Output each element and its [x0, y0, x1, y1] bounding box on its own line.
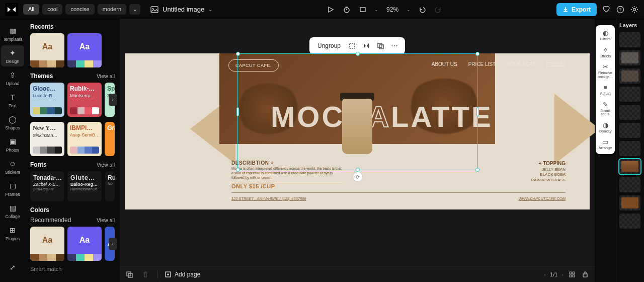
- layer-thumb-11[interactable]: [619, 214, 640, 229]
- layer-thumb-7[interactable]: [619, 141, 640, 156]
- website-text: WWW.CAPCUTCAFE.COM: [519, 196, 566, 201]
- ungroup-button[interactable]: Ungroup: [315, 42, 343, 49]
- rail-templates[interactable]: ▦Templates: [1, 23, 24, 44]
- grid-view-icon[interactable]: [568, 270, 577, 279]
- canvas-area: Page 1 ☰ Ungroup ⋯ CAPCUT CAFE. ABOUT US…: [120, 19, 595, 282]
- theme-card-2[interactable]: Rubik-…Montserra…: [67, 83, 102, 117]
- topping-title: + TOPPING: [531, 160, 566, 167]
- adjust-icon: ≡: [603, 84, 607, 91]
- layer-thumb-2[interactable]: [619, 50, 640, 65]
- flip-icon[interactable]: [362, 41, 371, 50]
- layer-thumb-8[interactable]: [619, 159, 640, 174]
- settings-icon[interactable]: [630, 5, 639, 14]
- export-button[interactable]: Export: [556, 3, 597, 16]
- zoom-chevron-icon[interactable]: ⌄: [407, 7, 411, 12]
- zoom-level[interactable]: 92%: [386, 6, 398, 13]
- layer-thumb-10[interactable]: [619, 195, 640, 210]
- page-prev[interactable]: ‹: [544, 271, 546, 277]
- coffee-cup: [336, 84, 378, 164]
- rail-design[interactable]: ✦Design: [1, 45, 24, 66]
- lock-icon[interactable]: [581, 270, 590, 279]
- font-card-2[interactable]: Glute…Baloo-Reg…HammersmithOn…: [67, 171, 102, 201]
- svg-rect-14: [573, 272, 575, 274]
- theme-card-6[interactable]: Gra: [105, 122, 115, 156]
- chip-concise[interactable]: concise: [65, 4, 94, 15]
- timer-icon[interactable]: [342, 5, 351, 14]
- theme-card-1[interactable]: Glooc…Lucette-R…: [30, 83, 64, 117]
- rail-upload[interactable]: ⇪Upload: [1, 67, 24, 89]
- duplicate-page-icon[interactable]: [125, 270, 134, 279]
- document-title[interactable]: Untitled image ⌄: [150, 6, 212, 14]
- layer-thumb-3[interactable]: [619, 68, 640, 84]
- description-body: Mocha is often interpreted differently a…: [231, 167, 342, 180]
- svg-rect-15: [570, 275, 572, 277]
- add-page-button[interactable]: Add page: [165, 271, 200, 278]
- chip-modern[interactable]: modern: [98, 4, 126, 15]
- shapes-icon: ◯: [8, 115, 17, 124]
- resize-chevron-icon[interactable]: ⌄: [374, 7, 378, 12]
- page-next[interactable]: ›: [561, 271, 564, 277]
- recent-swatch-2[interactable]: Aa: [67, 33, 102, 67]
- qtool-arrange[interactable]: ▭Arrange: [596, 136, 614, 152]
- more-icon[interactable]: ⋯: [390, 41, 399, 50]
- layer-thumb-6[interactable]: [619, 123, 640, 138]
- chevron-down-icon: ⌄: [208, 7, 212, 12]
- theme-card-4[interactable]: New Y…SinkinSan…: [30, 122, 64, 156]
- rail-shapes[interactable]: ◯Shapes: [1, 112, 24, 133]
- rail-text[interactable]: TText: [1, 90, 24, 111]
- help-icon[interactable]: ?: [616, 5, 625, 14]
- rail-photos[interactable]: ▣Photos: [1, 134, 24, 155]
- topbar: All cool concise modern ⌄ Untitled image…: [0, 0, 644, 19]
- color-swatch-1[interactable]: Aa: [30, 227, 64, 261]
- chip-cool[interactable]: cool: [42, 4, 62, 15]
- rail-collage[interactable]: ▤Collage: [1, 200, 24, 222]
- copy-icon[interactable]: [376, 41, 385, 50]
- fonts-view-all[interactable]: View all: [97, 162, 115, 168]
- qtool-opacity[interactable]: ◑Opacity: [596, 119, 614, 135]
- handle-bm[interactable]: [356, 168, 360, 172]
- colors-view-all[interactable]: View all: [97, 217, 115, 223]
- topping-1: JELLY BEAN: [531, 167, 566, 173]
- description-block: DESCRIBTION + Mocha is often interpreted…: [231, 160, 342, 183]
- handle-br[interactable]: [475, 168, 479, 172]
- themes-next[interactable]: ›: [109, 94, 117, 106]
- rotate-handle[interactable]: ⟳: [353, 172, 363, 182]
- redo-icon[interactable]: [434, 5, 443, 14]
- svg-point-6: [633, 8, 636, 11]
- favorite-icon[interactable]: [602, 5, 611, 14]
- rail-stickers[interactable]: ☺Stickers: [1, 156, 24, 177]
- play-icon[interactable]: [326, 5, 335, 14]
- font-card-3[interactable]: RuMo: [105, 171, 115, 201]
- font-card-1[interactable]: Tenada-…Zacbel X-E…Stilu-Regular: [30, 171, 64, 201]
- undo-icon[interactable]: [418, 5, 427, 14]
- rail-frames[interactable]: ▢Frames: [1, 178, 24, 199]
- colors-next[interactable]: ›: [109, 238, 117, 250]
- rail-expand[interactable]: ⤢: [1, 257, 24, 278]
- layer-thumb-5[interactable]: [619, 105, 640, 120]
- qtool-effects[interactable]: ✧Effects: [596, 44, 614, 60]
- theme-card-5[interactable]: IBMPl…Asap-SemiB…: [67, 122, 102, 156]
- export-label: Export: [572, 6, 591, 13]
- color-swatch-2[interactable]: Aa: [67, 227, 102, 261]
- crop-icon[interactable]: [348, 41, 357, 50]
- fonts-heading: FontsView all: [30, 161, 115, 168]
- filters-icon: ◐: [603, 29, 608, 37]
- resize-icon[interactable]: [358, 5, 367, 14]
- layer-thumb-1[interactable]: [619, 32, 640, 47]
- canvas-scroll[interactable]: Page 1 ☰ Ungroup ⋯ CAPCUT CAFE. ABOUT US…: [120, 19, 595, 266]
- layer-thumb-9[interactable]: [619, 177, 640, 192]
- app-logo[interactable]: [5, 3, 18, 16]
- qtool-adjust[interactable]: ≡Adjust: [596, 82, 614, 98]
- qtool-removebg[interactable]: ✂Remove backgr…: [596, 61, 614, 81]
- qtool-filters[interactable]: ◐Filters: [596, 27, 614, 43]
- rail-plugins[interactable]: ⊞Plugins: [1, 223, 24, 244]
- chip-all[interactable]: All: [23, 4, 39, 15]
- themes-view-all[interactable]: View all: [97, 73, 115, 79]
- delete-page-icon[interactable]: [141, 270, 150, 279]
- chip-more[interactable]: ⌄: [129, 4, 140, 15]
- canvas-page[interactable]: CAPCUT CAFE. ABOUT US PRICE LIST BOOK SE…: [125, 53, 590, 209]
- recent-swatch-1[interactable]: Aa: [30, 33, 64, 67]
- svg-rect-7: [350, 43, 355, 48]
- layer-thumb-4[interactable]: [619, 87, 640, 102]
- qtool-smart[interactable]: ✎Smart tools: [596, 99, 614, 118]
